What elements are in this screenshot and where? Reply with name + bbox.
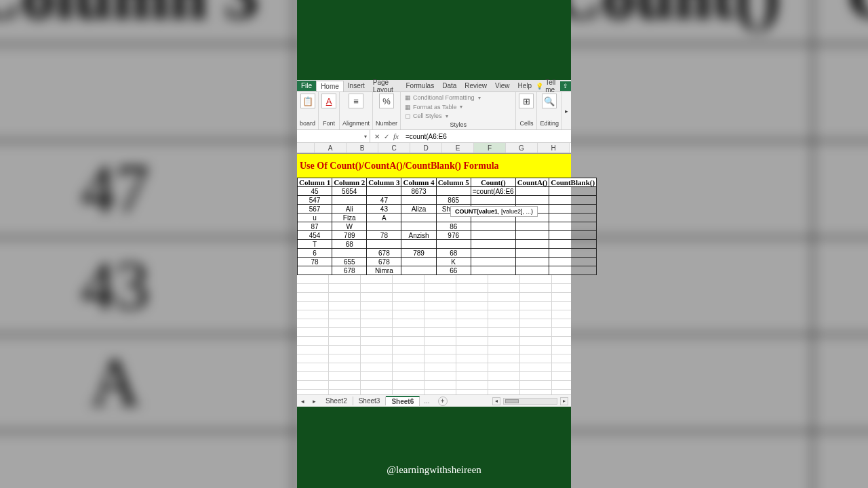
table-header[interactable]: Column 3 <box>367 178 401 187</box>
table-row[interactable]: 78655678K <box>298 258 597 266</box>
scroll-left-button[interactable]: ◂ <box>492 397 500 405</box>
tab-review[interactable]: Review <box>460 81 491 91</box>
chevron-right-icon: ▸ <box>565 108 568 115</box>
table-row[interactable]: uFizaA <box>298 214 597 222</box>
font-icon[interactable]: A <box>321 94 336 108</box>
group-editing: 🔍 Editing <box>537 92 562 129</box>
video-caption: @learningwithsheireen <box>0 464 868 476</box>
enter-formula-button[interactable]: ✓ <box>384 133 389 140</box>
chevron-down-icon: ▾ <box>460 104 462 110</box>
data-table[interactable]: Column 1 Column 2 Column 3 Column 4 Colu… <box>297 178 597 275</box>
group-cells: ⊞ Cells <box>516 92 537 129</box>
excel-window: File Home Insert Page Layout Formulas Da… <box>297 80 571 407</box>
share-button[interactable]: ⇪ <box>560 81 571 91</box>
horizontal-scrollbar[interactable]: ◂ ▸ <box>452 397 571 405</box>
group-number: % Number <box>373 92 401 129</box>
group-clipboard: 📋 board <box>297 92 319 129</box>
group-styles: ▦ Conditional Formatting ▾ ▦ Format as T… <box>401 92 516 129</box>
scroll-thumb[interactable] <box>505 399 519 403</box>
select-all-corner[interactable] <box>297 143 315 152</box>
chevron-down-icon: ▾ <box>446 113 448 119</box>
insert-function-button[interactable]: fx <box>393 132 399 140</box>
lightbulb-icon: 💡 <box>536 83 543 89</box>
tab-formulas[interactable]: Formulas <box>401 81 438 91</box>
title-row[interactable]: Use Of Count()/CountA()/CountBlank() For… <box>297 153 571 178</box>
column-headers: A B C D E F G H <box>297 143 571 153</box>
table-header[interactable]: Column 1 <box>298 178 332 187</box>
table-header[interactable]: Column 5 <box>436 178 471 187</box>
table-icon: ▦ <box>405 94 411 101</box>
col-header[interactable]: F <box>474 143 506 152</box>
bg-th: Column 3 <box>0 0 294 44</box>
alignment-icon[interactable]: ≡ <box>349 94 363 108</box>
paste-icon[interactable]: 📋 <box>300 94 315 108</box>
scroll-track[interactable] <box>503 398 557 405</box>
col-header[interactable]: A <box>315 143 347 152</box>
col-header[interactable]: B <box>347 143 378 152</box>
sheet-tabs-bar: ◂ ▸ Sheet2 Sheet3 Sheet6 ... + ◂ ▸ <box>297 394 571 407</box>
table-row[interactable]: 45 5654 8673 =count(A6:E6 <box>298 187 597 196</box>
sheet-tab-active[interactable]: Sheet6 <box>386 396 420 406</box>
scroll-right-button[interactable]: ▸ <box>560 397 568 405</box>
group-font: A Font <box>319 92 340 129</box>
tab-insert[interactable]: Insert <box>344 81 369 91</box>
cells-icon[interactable]: ⊞ <box>519 94 534 108</box>
table-row[interactable]: 567Ali43AlizaSheeza <box>298 205 597 214</box>
chevron-down-icon: ▾ <box>478 95 481 101</box>
col-header[interactable]: G <box>506 143 538 152</box>
tab-view[interactable]: View <box>491 81 514 91</box>
table-header[interactable]: CountBlank() <box>549 178 597 187</box>
sheet-nav-next[interactable]: ▸ <box>309 398 320 405</box>
spreadsheet-grid[interactable]: Use Of Count()/CountA()/CountBlank() For… <box>297 153 571 275</box>
add-sheet-button[interactable]: + <box>438 396 448 406</box>
table-row[interactable]: 678Nimra66 <box>298 266 597 275</box>
editing-icon[interactable]: 🔍 <box>542 94 557 108</box>
empty-grid-area[interactable] <box>297 275 571 394</box>
function-tooltip: COUNT(value1, [value2], ...) <box>450 206 538 217</box>
sheet-tab[interactable]: Sheet2 <box>320 396 353 405</box>
tab-file[interactable]: File <box>297 81 316 91</box>
table-row[interactable]: 667878968 <box>298 249 597 258</box>
chevron-down-icon: ▾ <box>364 134 367 140</box>
tab-home[interactable]: Home <box>316 81 344 92</box>
formula-bar: ▾ ✕ ✓ fx =count(A6:E6 <box>297 130 571 143</box>
number-icon[interactable]: % <box>379 94 394 108</box>
name-box[interactable]: ▾ <box>297 130 370 142</box>
center-column: File Home Insert Page Layout Formulas Da… <box>297 0 571 488</box>
tab-help[interactable]: Help <box>514 81 536 91</box>
conditional-formatting-button[interactable]: ▦ Conditional Formatting ▾ <box>403 94 513 102</box>
ribbon-scroll-right[interactable]: ▸ <box>562 92 571 129</box>
tell-me-search[interactable]: Tell me <box>545 79 556 94</box>
cell-icon: ▢ <box>405 113 411 119</box>
cancel-formula-button[interactable]: ✕ <box>374 133 380 140</box>
table-row[interactable]: 54747865 <box>298 196 597 205</box>
col-header[interactable]: E <box>442 143 474 152</box>
active-cell[interactable]: =count(A6:E6 <box>471 187 515 196</box>
col-header[interactable]: C <box>378 143 410 152</box>
table-row[interactable]: T68 <box>298 240 597 249</box>
table-header[interactable]: Column 4 <box>401 178 436 187</box>
bg-th: CountA() <box>812 0 868 44</box>
cell-styles-button[interactable]: ▢ Cell Styles ▾ <box>403 112 513 120</box>
table-icon: ▦ <box>405 104 411 110</box>
sheet-nav-prev[interactable]: ◂ <box>297 398 309 405</box>
ribbon-tabs: File Home Insert Page Layout Formulas Da… <box>297 80 571 92</box>
table-header[interactable]: CountA() <box>515 178 549 187</box>
sheet-tab[interactable]: Sheet3 <box>353 396 387 405</box>
format-as-table-button[interactable]: ▦ Format as Table ▾ <box>403 103 513 111</box>
table-header[interactable]: Count() <box>471 178 515 187</box>
formula-input[interactable]: =count(A6:E6 <box>403 133 571 140</box>
sheet-more[interactable]: ... <box>420 397 433 405</box>
ribbon-body: 📋 board A Font ≡ Alignment % Number ▦ Co… <box>297 92 571 130</box>
table-row[interactable]: 45478978Anzish976 <box>298 231 597 240</box>
col-header[interactable]: H <box>538 143 570 152</box>
group-alignment: ≡ Alignment <box>340 92 373 129</box>
table-row[interactable]: 87W86 <box>298 222 597 231</box>
table-header[interactable]: Column 2 <box>332 178 367 187</box>
col-header[interactable]: D <box>410 143 442 152</box>
tab-data[interactable]: Data <box>438 81 460 91</box>
